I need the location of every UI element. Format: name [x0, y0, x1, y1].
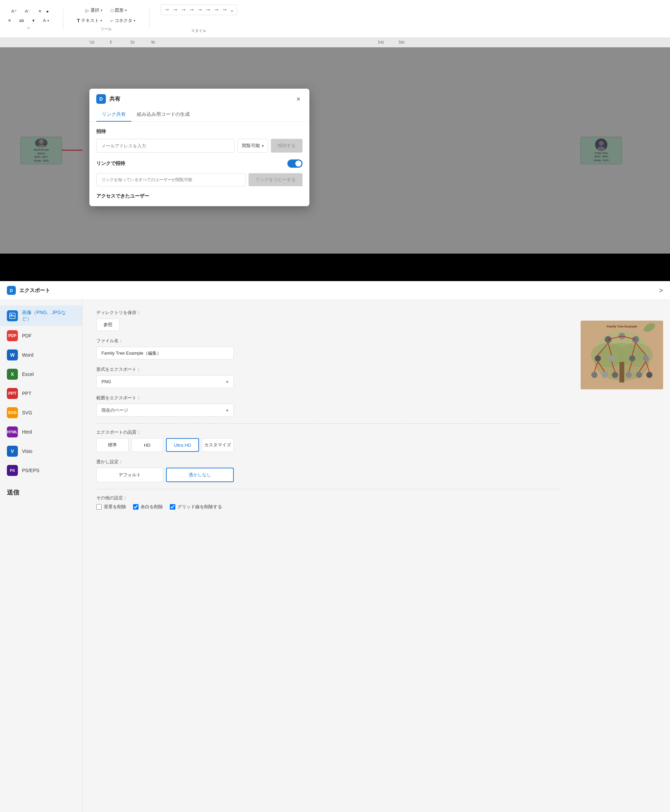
copy-link-btn[interactable]: リンクをコピーする	[249, 173, 303, 186]
font-decrease-icon: A⁻	[25, 8, 30, 14]
word-icon: W	[7, 349, 18, 360]
html-label: Html	[22, 429, 32, 435]
send-section: 送信	[0, 480, 82, 501]
watermark-default-btn[interactable]: デフォルト	[96, 468, 163, 482]
filename-label: ファイル名：	[96, 338, 560, 344]
styles-collapse-btn[interactable]: ⌄	[230, 7, 234, 13]
font-decrease-btn[interactable]: A⁻	[22, 7, 33, 15]
svg-point-25	[612, 372, 618, 378]
browse-btn[interactable]: 参照	[96, 319, 120, 331]
export-title: エクスポート	[19, 287, 50, 294]
range-select[interactable]: 現在のページ すべてのページ 選択範囲	[96, 404, 234, 417]
ruler-numbers: -20 0 20 40 240 260	[90, 41, 420, 44]
form-divider-2	[96, 489, 560, 490]
ruler-tick-20: 20	[130, 41, 151, 44]
arrow-style-4: →	[188, 6, 195, 14]
sidebar-item-html[interactable]: HTML Html	[0, 422, 82, 442]
svg-point-26	[626, 372, 632, 378]
dialog-title: 共有	[109, 96, 120, 103]
svg-rect-13	[619, 362, 624, 382]
toolbar: A⁺ A⁻ ≡ ▸ ≡ ab ▾ A ▾	[0, 0, 670, 38]
connector-btn[interactable]: ⌐ コネクタ ▾	[108, 16, 138, 25]
format-painter-btn[interactable]: ab	[17, 17, 27, 24]
sidebar-item-ppt[interactable]: PPT PPT	[0, 384, 82, 403]
shape-btn[interactable]: □ 図形 ▾	[108, 6, 130, 15]
checkbox-bg-item: 背景を削除	[96, 504, 126, 510]
svg-point-21	[629, 355, 635, 361]
format-select[interactable]: PNG JPG BMP GIF	[96, 375, 234, 388]
checkbox-grid-item: グリッド線を削除する	[170, 504, 222, 510]
svg-point-22	[643, 355, 649, 361]
quality-group: エクスポートの品質： 標準 HD Ultra HD カスタマイズ	[96, 429, 560, 452]
checkbox-whitespace-item: 余白を削除	[133, 504, 163, 510]
sidebar-item-pseps[interactable]: PS PS/EPS	[0, 461, 82, 480]
tab-embed-code[interactable]: 組み込み用コードの生成	[131, 108, 195, 122]
tab-link-share[interactable]: リンク共有	[96, 108, 131, 122]
shape-icon: □	[111, 8, 113, 13]
canvas-area[interactable]: Mcaheal pat (Mish) Birth: 1857 Death: 19…	[0, 47, 670, 253]
svg-point-20	[609, 355, 615, 361]
line-spacing-btn[interactable]: ≡	[36, 7, 44, 15]
invite-btn[interactable]: 招待する	[271, 139, 303, 153]
link-invite-toggle[interactable]	[288, 159, 303, 168]
tools-section: ▷ 選択 ▾ □ 図形 ▾ T テキスト ▾ ⌐ コネクタ ▾ ツール	[74, 6, 138, 32]
line-spacing-icon: ≡	[39, 8, 41, 14]
link-input[interactable]	[96, 173, 246, 186]
svg-label: SVG	[22, 410, 32, 415]
link-invite-row: リンクで招待	[96, 159, 303, 168]
dialog-close-btn[interactable]: ×	[294, 95, 303, 103]
invite-row: 閲覧可能 ▾ 招待する	[96, 139, 303, 153]
checkbox-grid[interactable]	[170, 504, 175, 510]
excel-label: Excel	[22, 371, 34, 377]
link-invite-label: リンクで招待	[96, 160, 125, 167]
sidebar-item-image[interactable]: 画像（PNG、JPGなど）	[0, 306, 82, 326]
ruler-tick-40: 40	[151, 41, 172, 44]
text-btn[interactable]: T テキスト ▾	[74, 16, 105, 25]
font-increase-btn[interactable]: A⁺	[8, 7, 20, 15]
watermark-group: 透かし設定： デフォルト 透かしなし	[96, 459, 560, 482]
directory-label: ディレクトリを保存：	[96, 310, 560, 316]
pseps-label: PS/EPS	[22, 468, 39, 473]
filename-input[interactable]	[96, 347, 234, 360]
styles-section-label: スタイル	[191, 28, 206, 33]
sidebar-item-pdf[interactable]: PDF PDF	[0, 326, 82, 345]
format-label: 形式をエクスポート：	[96, 366, 560, 373]
email-input[interactable]	[96, 139, 235, 153]
other-settings-group: その他の設定： 背景を削除 余白を削除	[96, 495, 560, 510]
checkbox-whitespace[interactable]	[133, 504, 139, 510]
link-input-row: リンクをコピーする	[96, 173, 303, 186]
quality-hd-btn[interactable]: HD	[131, 438, 164, 452]
checkbox-bg[interactable]	[96, 504, 102, 510]
sidebar-item-svg[interactable]: SVG SVG	[0, 403, 82, 422]
quality-customize-btn[interactable]: カスタマイズ	[202, 438, 234, 452]
export-close-btn[interactable]: >	[659, 287, 663, 294]
quality-ultrahd-btn[interactable]: Ultra HD	[166, 438, 199, 452]
svg-point-23	[591, 372, 597, 378]
permission-dropdown-icon: ▾	[262, 144, 264, 148]
font-underline-btn[interactable]: ▾	[30, 17, 37, 24]
select-btn[interactable]: ▷ 選択 ▾	[83, 6, 105, 15]
ruler-tick-neg20: -20	[90, 41, 110, 44]
cursor-icon: ▷	[86, 8, 89, 13]
range-group: 範囲をエクスポート： 現在のページ すべてのページ 選択範囲	[96, 395, 560, 417]
range-label: 範囲をエクスポート：	[96, 395, 560, 401]
sidebar-item-word[interactable]: W Word	[0, 345, 82, 365]
ruler-tick-0: 0	[110, 41, 130, 44]
arrow-style-5: →	[196, 6, 203, 14]
quality-standard-btn[interactable]: 標準	[96, 438, 129, 452]
text-icon: T	[77, 18, 80, 24]
watermark-none-btn[interactable]: 透かしなし	[166, 468, 234, 482]
sidebar-item-excel[interactable]: X Excel	[0, 365, 82, 384]
svg-text:Family Tree Example: Family Tree Example	[606, 325, 637, 328]
list-btn[interactable]: ≡	[5, 17, 14, 24]
checkbox-grid-label: グリッド線を削除する	[178, 504, 222, 510]
preview-svg: Family Tree Example	[580, 321, 663, 389]
sidebar-item-visio[interactable]: V Visio	[0, 442, 82, 461]
ruler-tick-240: 240	[378, 41, 399, 44]
export-body: 画像（PNG、JPGなど） PDF PDF W Word X	[0, 300, 670, 812]
font-color-btn[interactable]: A ▾	[40, 17, 52, 24]
export-logo: D	[7, 286, 16, 295]
font-row-2: ≡ ab ▾ A ▾	[5, 17, 52, 24]
image-label: 画像（PNG、JPGなど）	[22, 310, 75, 322]
permission-select[interactable]: 閲覧可能 ▾	[237, 139, 268, 153]
